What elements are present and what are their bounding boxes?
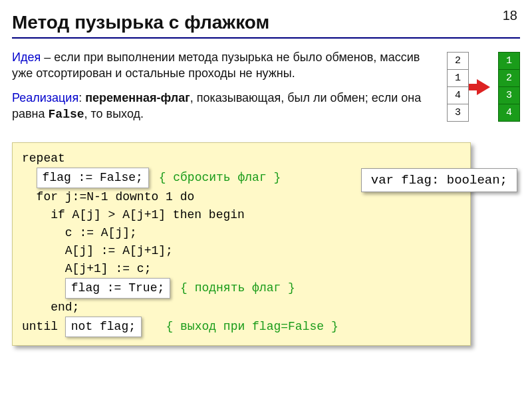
page-number: 18 [503, 8, 517, 23]
text-column: Идея – если при выполнении метода пузырь… [12, 49, 447, 122]
code-comment: { выход при flag=False } [166, 320, 338, 333]
code-line: if A[j] > A[j+1] then begin [22, 206, 461, 224]
false-keyword: False [49, 108, 84, 121]
var-declaration-callout: var flag: boolean; [361, 168, 517, 192]
code-comment: { сбросить флаг } [159, 171, 281, 184]
arr-left-cell: 4 [448, 87, 469, 104]
impl-label: Реализация [12, 91, 78, 104]
code-line: repeat [22, 150, 461, 168]
slide-title: Метод пузырька с флажком [12, 12, 520, 33]
impl-colon: : [78, 91, 85, 104]
flag-set-box: flag := True; [65, 278, 170, 299]
arr-left-cell: 1 [448, 70, 469, 87]
content-row: Идея – если при выполнении метода пузырь… [12, 49, 520, 122]
arrow-icon [477, 79, 490, 95]
arr-right-cell: 4 [499, 104, 520, 122]
idea-text: – если при выполнении метода пузырька не… [12, 51, 420, 80]
impl-varflag: переменная-флаг [85, 91, 190, 104]
code-line: A[j] := A[j+1]; [22, 242, 461, 260]
impl-paragraph: Реализация: переменная-флаг, показывающа… [12, 90, 440, 123]
idea-paragraph: Идея – если при выполнении метода пузырь… [12, 49, 440, 82]
arr-right-cell: 2 [499, 70, 520, 87]
impl-text-2: , то выход. [84, 107, 144, 120]
not-flag-box: not flag; [65, 317, 142, 337]
code-line: end; [22, 299, 461, 317]
arr-right-cell: 1 [499, 53, 520, 70]
array-diagram: 2 1 4 3 1 2 3 4 [447, 49, 520, 122]
code-line: flag := True; { поднять флаг } [22, 278, 461, 299]
arr-right-cell: 3 [499, 87, 520, 104]
arr-left-cell: 3 [448, 104, 469, 122]
flag-reset-box: flag := False; [37, 168, 149, 188]
code-line: c := A[j]; [22, 224, 461, 242]
array-before: 2 1 4 3 [447, 52, 469, 122]
code-comment: { поднять флаг } [180, 281, 295, 295]
idea-label: Идея [12, 51, 41, 64]
code-until: until [22, 320, 65, 333]
code-line: until not flag; { выход при flag=False } [22, 317, 461, 337]
code-line: A[j+1] := c; [22, 260, 461, 278]
arr-left-cell: 2 [448, 53, 469, 70]
array-after: 1 2 3 4 [498, 52, 520, 122]
title-rule [12, 37, 520, 39]
